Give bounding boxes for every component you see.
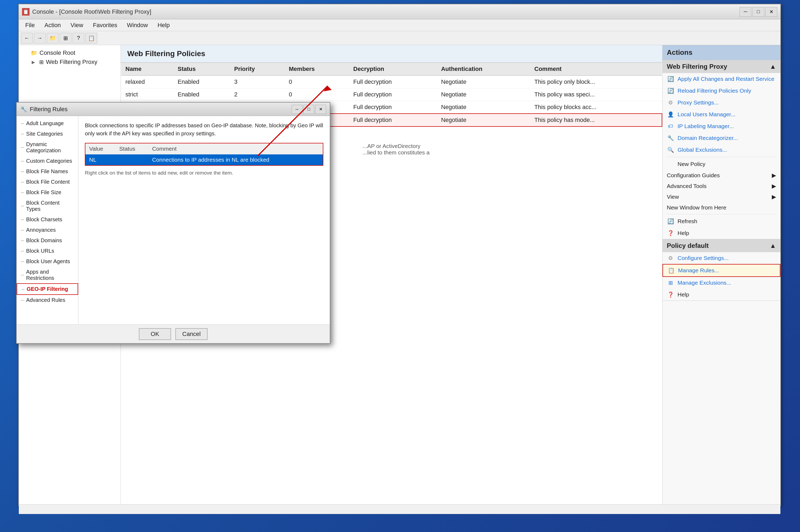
menu-action[interactable]: Action <box>40 20 65 30</box>
action-apply-restart[interactable]: 🔄 Apply All Changes and Restart Service <box>663 73 780 85</box>
action-ip-labeling-label: IP Labeling Manager... <box>678 123 734 130</box>
cell-decryption: Full decryption <box>349 75 437 88</box>
geoip-cell-status <box>115 154 148 166</box>
action-help-wfp[interactable]: ❓ Help <box>663 227 780 239</box>
grid-icon: ⊞ <box>39 59 44 65</box>
rule-adult-language[interactable]: ─ Adult Language <box>17 118 78 129</box>
rule-apps-restrictions[interactable]: ─ Apps and Restrictions <box>17 267 78 283</box>
dialog-description: Block connections to specific IP address… <box>85 121 323 137</box>
action-apply-restart-label: Apply All Changes and Restart Service <box>678 76 775 82</box>
action-new-window-label: New Window from Here <box>667 204 726 211</box>
dialog-minimize-button[interactable]: ─ <box>292 105 302 114</box>
rule-annoyances[interactable]: ─ Annoyances <box>17 225 78 235</box>
rule-label: Advanced Rules <box>26 297 65 303</box>
ok-button[interactable]: OK <box>139 328 171 340</box>
recategorize-icon: 🔧 <box>667 134 674 142</box>
users-icon: 👤 <box>667 111 674 118</box>
back-button[interactable]: ← <box>21 33 33 43</box>
connector: ─ <box>21 259 24 264</box>
rule-label: GEO-IP Filtering <box>26 286 68 292</box>
action-manage-exclusions[interactable]: ⊞ Manage Exclusions... <box>663 277 780 289</box>
geoip-col-status: Status <box>115 144 148 154</box>
action-reload-policies[interactable]: 🔄 Reload Filtering Policies Only <box>663 85 780 97</box>
action-advanced-tools[interactable]: Advanced Tools ▶ <box>663 181 780 191</box>
cell-comment: This policy only block... <box>530 75 662 88</box>
table-row[interactable]: relaxed Enabled 3 0 Full decryption Nego… <box>121 75 662 88</box>
tree-item-console-root[interactable]: 📁 Console Root <box>21 48 118 57</box>
action-manage-exclusions-label: Manage Exclusions... <box>678 280 731 286</box>
dialog-close-button[interactable]: ✕ <box>315 105 326 114</box>
actions-policy-default-section: Policy default ▲ ⚙ Configure Settings...… <box>663 239 780 301</box>
cell-decryption: Full decryption <box>349 114 437 127</box>
cell-authentication: Negotiate <box>437 75 530 88</box>
tree-item-web-filtering[interactable]: ▶ ⊞ Web Filtering Proxy <box>21 57 118 66</box>
table-row[interactable]: strict Enabled 2 0 Full decryption Negot… <box>121 88 662 101</box>
folder-button[interactable]: 📁 <box>47 33 59 43</box>
connector: ─ <box>21 204 24 208</box>
rule-block-content-types[interactable]: ─ Block Content Types <box>17 198 78 214</box>
close-button[interactable]: ✕ <box>765 7 777 17</box>
connector: ─ <box>21 238 24 243</box>
rule-block-domains[interactable]: ─ Block Domains <box>17 235 78 246</box>
manage-exclusions-icon: ⊞ <box>667 279 674 287</box>
view-button[interactable]: ⊞ <box>60 33 72 43</box>
rule-geoip-filtering[interactable]: ─ GEO-IP Filtering <box>17 283 78 295</box>
maximize-button[interactable]: □ <box>753 7 764 17</box>
action-global-exclusions[interactable]: 🔍 Global Exclusions... <box>663 144 780 156</box>
collapse-icon[interactable]: ▲ <box>770 63 776 70</box>
help-toolbar-button[interactable]: ? <box>73 33 84 43</box>
action-proxy-settings[interactable]: ⚙ Proxy Settings... <box>663 97 780 109</box>
cancel-button[interactable]: Cancel <box>175 328 208 340</box>
rule-block-user-agents[interactable]: ─ Block User Agents <box>17 256 78 267</box>
rule-site-categories[interactable]: ─ Site Categories <box>17 129 78 139</box>
rule-label: Annoyances <box>26 227 56 233</box>
action-configure-settings[interactable]: ⚙ Configure Settings... <box>663 252 780 264</box>
arrow-icon: ▶ <box>772 172 776 178</box>
col-priority: Priority <box>230 63 285 75</box>
rule-custom-categories[interactable]: ─ Custom Categories <box>17 156 78 166</box>
action-manage-rules[interactable]: 📋 Manage Rules... <box>663 264 780 277</box>
rule-label: Block Charsets <box>26 216 62 223</box>
action-view[interactable]: View ▶ <box>663 191 780 202</box>
collapse-icon-2[interactable]: ▲ <box>770 242 776 249</box>
menu-file[interactable]: File <box>21 20 39 30</box>
minimize-button[interactable]: ─ <box>740 7 751 17</box>
action-config-guides[interactable]: Configuration Guides ▶ <box>663 170 780 181</box>
export-button[interactable]: 📋 <box>85 33 97 43</box>
cell-name: strict <box>121 88 173 101</box>
label-icon: 🏷 <box>667 122 674 130</box>
menu-window[interactable]: Window <box>122 20 152 30</box>
actions-policy-header: Policy default ▲ <box>663 239 780 252</box>
app-icon: 📋 <box>22 8 30 16</box>
help-icon-wfp: ❓ <box>667 229 674 237</box>
actions-web-filtering-section: Web Filtering Proxy ▲ 🔄 Apply All Change… <box>663 60 780 239</box>
rule-dynamic-categorization[interactable]: ─ Dynamic Categorization <box>17 139 78 156</box>
status-bar <box>19 504 780 514</box>
rule-block-charsets[interactable]: ─ Block Charsets <box>17 214 78 225</box>
rule-label: Site Categories <box>26 131 63 137</box>
geoip-row[interactable]: NL Connections to IP addresses in NL are… <box>85 154 323 166</box>
menu-help[interactable]: Help <box>153 20 174 30</box>
actions-section-header: Actions <box>663 45 780 60</box>
rule-advanced-rules[interactable]: ─ Advanced Rules <box>17 295 78 305</box>
forward-button[interactable]: → <box>34 33 46 43</box>
rule-block-file-size[interactable]: ─ Block File Size <box>17 187 78 198</box>
dialog-maximize-button[interactable]: □ <box>303 105 314 114</box>
rule-block-file-content[interactable]: ─ Block File Content <box>17 177 78 187</box>
action-help-policy[interactable]: ❓ Help <box>663 289 780 301</box>
action-ip-labeling[interactable]: 🏷 IP Labeling Manager... <box>663 120 780 132</box>
action-new-window[interactable]: New Window from Here <box>663 202 780 213</box>
rule-block-urls[interactable]: ─ Block URLs <box>17 246 78 256</box>
policy-detail-text: ...AP or ActiveDirectory ...lied to them… <box>363 143 524 156</box>
menu-favorites[interactable]: Favorites <box>89 20 121 30</box>
menu-view[interactable]: View <box>66 20 88 30</box>
filtering-rules-dialog: 🔧 Filtering Rules ─ □ ✕ ─ Adult Language… <box>16 102 330 344</box>
rule-label: Apps and Restrictions <box>26 269 74 281</box>
action-local-users[interactable]: 👤 Local Users Manager... <box>663 109 780 120</box>
action-new-policy[interactable]: New Policy <box>663 158 780 170</box>
rule-label: Block Domains <box>26 238 62 244</box>
action-domain-recategorizer[interactable]: 🔧 Domain Recategorizer... <box>663 132 780 144</box>
rule-block-file-names[interactable]: ─ Block File Names <box>17 166 78 177</box>
action-refresh[interactable]: 🔄 Refresh <box>663 215 780 227</box>
action-refresh-label: Refresh <box>678 218 698 225</box>
